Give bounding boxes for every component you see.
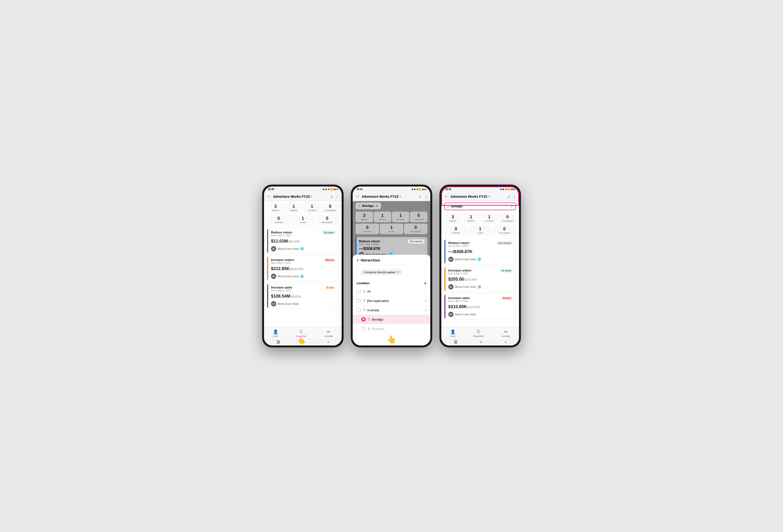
phone-2-screen: 10:41 ⊕ ✿ ≋ 📶 86% ← Adventure Works FY23… [353,187,430,345]
hierarchy-chevron[interactable]: ∨ [356,259,359,262]
annotate-label-3: Annotate [501,335,510,337]
phones-container: 10:39 ⊕ ✿ ≋ 📶 86% ← Adventure Works FY23… [262,185,521,347]
nav-invite-1[interactable]: 👤 Invite [273,329,278,337]
metrics-row2-3: 0 Overdue 1 At risk 0 Not started [441,225,519,237]
status-sales-3: Behind [501,296,513,300]
metric-metrics-3[interactable]: 3 Metrics [444,213,462,224]
expand-button-1[interactable]: ⤢ [330,195,333,198]
nav-bar-2: ← Adventure Works FY23 ∨ ⤢ ⋮ [353,192,430,201]
goal-card-reduce-return-1[interactable]: Reduce return Due in Apr 9, 2023 On trac… [267,228,339,254]
option-all[interactable]: ⠿ All [353,287,430,296]
metric-behind-1[interactable]: 1 Behind [285,203,302,213]
sys-btn-back-1[interactable]: ‹ [327,340,329,344]
nav-annotate-1[interactable]: ✏ Annotate [324,329,333,337]
goal-card-orders-3[interactable]: Increase orders Due in Apr 9, 2023 On tr… [444,266,516,292]
more-button-3[interactable]: ⋮ [513,195,516,198]
phone-3-screen: 10:41 ⊕ ✿ ≋ 📶 86% ← Adventure Works FY23… [441,187,519,345]
na-chevron[interactable]: ∨ [425,299,427,302]
goal-card-reduce-3[interactable]: Reduce return Due in Apr 9, 2023 Not sta… [444,238,516,265]
network-icons-1: ⊕ ✿ ≋ 📶 86% [323,188,338,191]
nav-hierarchies-1[interactable]: ⠿ Hierarchies 👆 [296,329,307,337]
sys-btn-back-3[interactable]: ‹ [505,340,506,344]
nav-title-2: Adventure Works FY23 ∨ [362,195,417,198]
option-not-applicable[interactable]: ⠿ [Not Applicable] ∨ [353,296,430,305]
metric-completed-1[interactable]: 0 Completed [321,203,339,213]
more-button-2[interactable]: ⋮ [424,195,428,198]
filter-close-3[interactable]: ✕ [510,204,513,208]
goal-header-1: Reduce return Due in Apr 9, 2023 On trac… [268,228,339,238]
filter-chip-2: Bendigo [362,204,374,207]
title-chevron-1[interactable]: ∨ [311,195,312,198]
metric-atrisk-1[interactable]: 1 At risk [291,214,314,225]
metric-overdue-3[interactable]: 0 Overdue [444,225,467,236]
goal-footer-1: MF Michal Foster Heldy 🌐 [268,245,339,254]
nav-hierarchies-3[interactable]: ⠿ Hierarchies [473,329,484,337]
metric-atrisk-3[interactable]: 1 At risk [468,225,492,236]
metric-notstarted-3[interactable]: 0 Not started [493,225,516,236]
applied-chip[interactable]: 1 hierarchy slicer(s) applied ✕ [361,269,403,275]
sys-btn-left-3[interactable]: ||| [454,340,457,344]
status-icons-3: ⊕ ✿ ≋ 📶 86% [500,188,515,191]
metric-ontrack-3[interactable]: 1 On track [481,213,498,224]
nav-title-3: Adventure Works FY23 ∨ [450,195,506,198]
filter-text-3: Bendigo [451,205,462,208]
more-button-1[interactable]: ⋮ [336,195,339,198]
radio-na[interactable] [356,299,361,303]
metric-completed-3[interactable]: 0 Completed [499,213,516,224]
hierarchy-icon-chip-3: ⠿ [447,205,449,208]
back-button-3[interactable]: ← [444,194,448,199]
nav-bar-1: ← Adventure Works FY23 ∨ ⤢ ⋮ [264,192,342,201]
back-button-2[interactable]: ← [355,194,360,199]
nav-actions-3: ⤢ ⋮ [507,195,516,198]
location-header: Location ∧ [353,279,430,287]
option-bendigo[interactable]: ⠿ Bendigo [353,315,430,324]
metrics-row1-3: 3 Metrics 1 Behind 1 On track 0 Complete… [441,212,519,225]
radio-all[interactable] [356,289,361,294]
status-icons-2: ⊕ ✿ ≋ 📶 86% [411,188,427,191]
goal-card-sales-3[interactable]: Increase sales Due in Apr 9, 2023 Behind… [444,294,516,320]
radio-aus[interactable] [356,308,361,312]
goal-footer-sales-1: MF Michal Foster Heldy [268,300,339,309]
annotate-icon-1: ✏ [327,329,331,334]
metric-notstarted-1[interactable]: 0 Not started [316,214,339,225]
sys-btn-left-1[interactable]: ||| [277,340,280,344]
expand-button-3[interactable]: ⤢ [507,195,510,198]
bottom-nav-1: 👤 Invite ⠿ Hierarchies 👆 ✏ Annotate [264,327,342,338]
sys-btn-home-3[interactable]: ○ [480,340,482,344]
scroll-1[interactable]: 3 Metrics 1 Behind 1 On track 0 Complete… [264,201,342,327]
goal-card-increase-sales-1[interactable]: Increase sales Due in Apr 9, 2023 At ris… [267,283,339,309]
aus-chevron[interactable]: ∧ [425,309,427,312]
option-brisbane[interactable]: ⠿ Brisbane [353,324,430,334]
option-australia[interactable]: ⠿ Australia ∧ [353,305,430,315]
title-chevron-3[interactable]: ∨ [488,195,490,198]
title-chevron-2[interactable]: ∨ [399,195,401,198]
avatar-sales-1: MF [271,301,276,306]
expand-button-2[interactable]: ⤢ [419,195,422,198]
status-bar-2: 10:41 ⊕ ✿ ≋ 📶 86% [353,187,430,192]
filter-chip-close-2[interactable]: ✕ [375,204,378,208]
goal-card-increase-orders-1[interactable]: Increase orders Due in Apr 9, 2023 Behin… [267,256,339,281]
status-orders-3: On track [499,269,513,273]
metric-metrics-1[interactable]: 3 Metrics [267,203,284,213]
location-collapse[interactable]: ∧ [424,281,427,285]
metric-ontrack-1[interactable]: 1 On track [303,203,321,213]
scroll-3[interactable]: 3 Metrics 1 Behind 1 On track 0 Complete… [441,212,519,327]
radio-brisbane[interactable] [361,327,366,331]
time-3: 10:41 [445,188,451,191]
nav-annotate-3[interactable]: ✏ Annotate [501,329,510,337]
hierarchy-panel: ∨ Hierarchies 1 hierarchy slicer(s) appl… [353,255,430,345]
invite-label-1: Invite [273,335,278,337]
phone-2: 10:41 ⊕ ✿ ≋ 📶 86% ← Adventure Works FY23… [351,185,432,347]
option-brisbane-label: Brisbane [372,327,384,331]
metric-behind-3[interactable]: 1 Behind [462,213,480,224]
option-na-label: [Not Applicable] [367,299,388,303]
radio-bendigo[interactable] [361,317,366,322]
bendigo-filter-3[interactable]: ⠿ Bendigo ✕ [444,203,516,210]
applied-chip-close[interactable]: ✕ [397,270,400,274]
nav-actions-1: ⤢ ⋮ [330,195,339,198]
nav-invite-3[interactable]: 👤 Invite [450,329,456,337]
invite-icon-1: 👤 [273,329,278,334]
hierarchies-icon-3: ⠿ [477,329,480,334]
back-button-1[interactable]: ← [267,194,271,199]
metric-overdue-1[interactable]: 0 Overdue [267,214,290,225]
